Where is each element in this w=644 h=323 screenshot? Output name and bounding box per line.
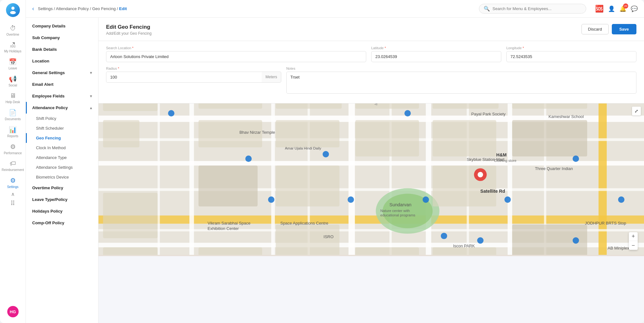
- latitude-input[interactable]: [371, 51, 501, 62]
- holidays-icon: 🏖: [10, 41, 16, 49]
- svg-rect-12: [508, 103, 512, 255]
- settings-item-comp-off-policy[interactable]: Comp-Off Policy: [26, 217, 98, 229]
- svg-rect-5: [98, 215, 644, 224]
- svg-rect-9: [271, 103, 275, 255]
- svg-rect-32: [355, 103, 419, 109]
- breadcrumb: Settings / Attendance Policy / Geo Fenci…: [38, 6, 127, 11]
- panel-actions: Discard Save: [581, 24, 636, 34]
- settings-item-holidays-policy[interactable]: Holidays Policy: [26, 205, 98, 217]
- notification-icon[interactable]: 🔔 20: [619, 5, 626, 12]
- svg-text:Iscon PARK: Iscon PARK: [453, 244, 475, 248]
- chevron-up-icon: ▴: [90, 106, 92, 110]
- sidebar-item-reimbursement[interactable]: 🏷 Reimbursement: [0, 157, 26, 174]
- svg-rect-43: [355, 247, 419, 255]
- sidebar-item-performance[interactable]: ⚙ Performance: [0, 140, 26, 157]
- sos-icon[interactable]: 🆘: [595, 5, 604, 13]
- chevron-down-icon: ▾: [90, 71, 92, 75]
- svg-point-63: [618, 197, 624, 203]
- geo-fencing-title: Edit Geo Fencing: [106, 24, 636, 30]
- left-sidebar: ⏱ Overtime 🏖 My Holidays 📅 Leave 📢 Socia…: [0, 0, 26, 323]
- map-zoom-in-button[interactable]: +: [629, 232, 638, 241]
- svg-rect-28: [199, 166, 258, 207]
- settings-item-attendance-policy[interactable]: Attendance Policy ▴: [26, 102, 98, 114]
- svg-point-48: [168, 110, 174, 116]
- search-icon: 🔍: [484, 6, 490, 12]
- svg-text:Nature center with: Nature center with: [380, 209, 410, 213]
- sidebar-item-overtime[interactable]: ⏱ Overtime: [0, 22, 26, 39]
- latitude-label: Latitude *: [371, 46, 501, 50]
- overtime-icon: ⏱: [10, 25, 16, 32]
- settings-item-bank-details[interactable]: Bank Details: [26, 44, 98, 55]
- search-location-input[interactable]: [106, 51, 366, 62]
- back-button[interactable]: ‹: [32, 5, 34, 12]
- settings-subitem-attendance-type[interactable]: Attendance Type: [26, 153, 98, 162]
- svg-point-52: [404, 110, 411, 116]
- settings-item-location[interactable]: Location: [26, 55, 98, 67]
- search-bar[interactable]: 🔍: [479, 4, 586, 14]
- notes-textarea[interactable]: Trset: [286, 72, 636, 94]
- svg-text:Satellite Rd: Satellite Rd: [480, 189, 505, 194]
- svg-rect-25: [103, 120, 139, 147]
- settings-subitem-biometrics-device[interactable]: Biometrics Device: [26, 172, 98, 182]
- settings-item-sub-company[interactable]: Sub Company: [26, 32, 98, 44]
- settings-item-leave-type-policy[interactable]: Leave Type/Policy: [26, 194, 98, 205]
- chevron-down-icon-2: ▾: [90, 94, 92, 98]
- reimbursement-icon: 🏷: [10, 160, 16, 167]
- map-expand-button[interactable]: ⤢: [632, 107, 641, 115]
- svg-point-0: [11, 7, 15, 10]
- main-area: ‹ Settings / Attendance Policy / Geo Fen…: [26, 0, 644, 323]
- svg-text:ISRO: ISRO: [324, 234, 334, 239]
- settings-item-employee-fields[interactable]: Employee Fields ▾: [26, 90, 98, 102]
- svg-text:Bhav Nirzar Temple: Bhav Nirzar Temple: [239, 130, 275, 135]
- sidebar-item-documents[interactable]: 📄 Documents: [0, 106, 26, 123]
- sidebar-item-leave[interactable]: 📅 Leave: [0, 56, 26, 73]
- svg-text:Sundarvan: Sundarvan: [390, 202, 412, 207]
- sidebar-item-social[interactable]: 📢 Social: [0, 73, 26, 90]
- svg-text:Exhibition Center: Exhibition Center: [208, 226, 239, 231]
- svg-point-56: [573, 156, 579, 162]
- settings-subitem-clock-in-method[interactable]: Clock In Method: [26, 143, 98, 153]
- svg-rect-24: [103, 103, 158, 111]
- settings-item-general-settings[interactable]: General Settings ▾: [26, 67, 98, 79]
- notes-label: Notes: [286, 67, 636, 70]
- sidebar-item-help-desk[interactable]: 🖥 Help Desk: [0, 90, 26, 106]
- sidebar-item-reports[interactable]: 📊 Reports: [0, 123, 26, 140]
- longitude-input[interactable]: [506, 51, 636, 62]
- search-input[interactable]: [492, 6, 581, 11]
- map-zoom-out-button[interactable]: −: [629, 241, 638, 250]
- sidebar-more-dots[interactable]: ⠿: [10, 200, 15, 207]
- content-area: Company Details Sub Company Bank Details…: [26, 18, 644, 323]
- radius-label: Radius *: [106, 67, 281, 70]
- radius-input-wrapper: Meters: [106, 72, 281, 83]
- sidebar-item-settings[interactable]: ⚙ Settings: [0, 174, 26, 191]
- svg-point-54: [441, 233, 447, 239]
- header-icons: 🆘 👤 🔔 20 💬: [595, 5, 638, 13]
- longitude-label: Longitude *: [506, 46, 636, 50]
- sidebar-item-my-holidays[interactable]: 🏖 My Holidays: [0, 39, 26, 56]
- settings-subitem-attendance-settings[interactable]: Attendance Settings: [26, 162, 98, 172]
- svg-point-67: [477, 237, 484, 244]
- latitude-group: Latitude *: [371, 46, 501, 62]
- settings-subitem-shift-policy[interactable]: Shift Policy: [26, 114, 98, 123]
- settings-item-email-alert[interactable]: Email Alert: [26, 79, 98, 90]
- sidebar-collapse-chevron[interactable]: ∧: [11, 191, 15, 197]
- map-container: Chinmaya Mission Ahmedabad Bhav Nirzar T…: [98, 103, 644, 256]
- map-svg: Chinmaya Mission Ahmedabad Bhav Nirzar T…: [98, 103, 644, 255]
- settings-item-overtime-policy[interactable]: Overtime Policy: [26, 182, 98, 194]
- discard-button[interactable]: Discard: [581, 24, 609, 34]
- settings-subitem-shift-scheduler[interactable]: Shift Scheduler: [26, 123, 98, 133]
- radius-input[interactable]: [106, 72, 262, 83]
- app-logo: [6, 3, 20, 17]
- settings-subitem-geo-fencing[interactable]: Geo Fencing: [26, 133, 98, 143]
- chat-icon[interactable]: 💬: [631, 5, 638, 12]
- avatar[interactable]: HG: [7, 306, 19, 317]
- person-icon[interactable]: 👤: [608, 5, 615, 12]
- radius-group: Radius * Meters: [106, 67, 281, 94]
- svg-text:educational programs: educational programs: [380, 213, 415, 217]
- header: ‹ Settings / Attendance Policy / Geo Fen…: [26, 0, 644, 18]
- svg-text:Amar Ujala Hindi Daily: Amar Ujala Hindi Daily: [285, 146, 321, 150]
- settings-item-company-details[interactable]: Company Details: [26, 20, 98, 32]
- save-button[interactable]: Save: [612, 24, 636, 34]
- search-location-label: Search Location *: [106, 46, 366, 50]
- svg-rect-8: [189, 103, 194, 255]
